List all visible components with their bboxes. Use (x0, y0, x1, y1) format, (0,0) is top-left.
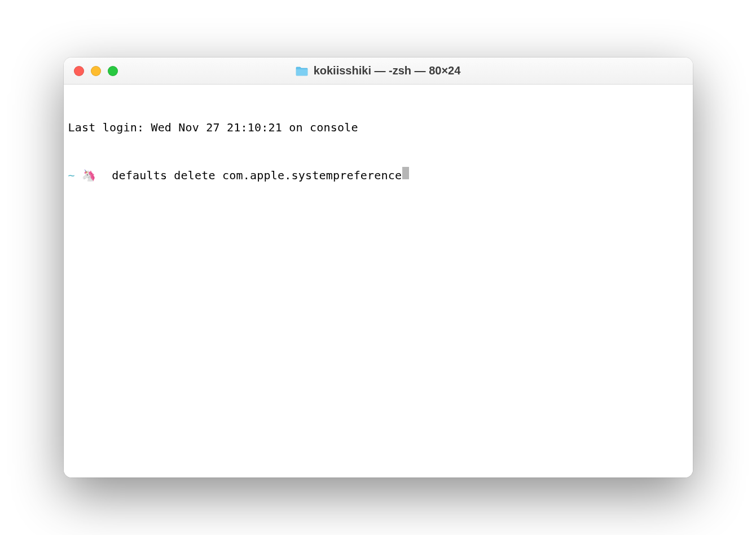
traffic-lights (74, 66, 118, 76)
window-title-text: kokiisshiki — -zsh — 80×24 (314, 64, 461, 77)
close-button[interactable] (74, 66, 84, 76)
minimize-button[interactable] (91, 66, 101, 76)
command-input[interactable]: defaults delete com.apple.systempreferen… (105, 167, 402, 183)
prompt-emoji-icon: 🦄 (82, 167, 96, 183)
folder-icon (296, 66, 308, 76)
terminal-window: kokiisshiki — -zsh — 80×24 Last login: W… (64, 58, 693, 477)
terminal-body[interactable]: Last login: Wed Nov 27 21:10:21 on conso… (64, 85, 693, 477)
cursor-icon (402, 167, 409, 179)
prompt-line: ~ 🦄 defaults delete com.apple.systempref… (68, 167, 688, 183)
prompt-cwd: ~ (68, 167, 75, 183)
last-login-line: Last login: Wed Nov 27 21:10:21 on conso… (68, 120, 688, 135)
titlebar[interactable]: kokiisshiki — -zsh — 80×24 (64, 58, 693, 85)
zoom-button[interactable] (108, 66, 118, 76)
window-title: kokiisshiki — -zsh — 80×24 (73, 64, 684, 77)
